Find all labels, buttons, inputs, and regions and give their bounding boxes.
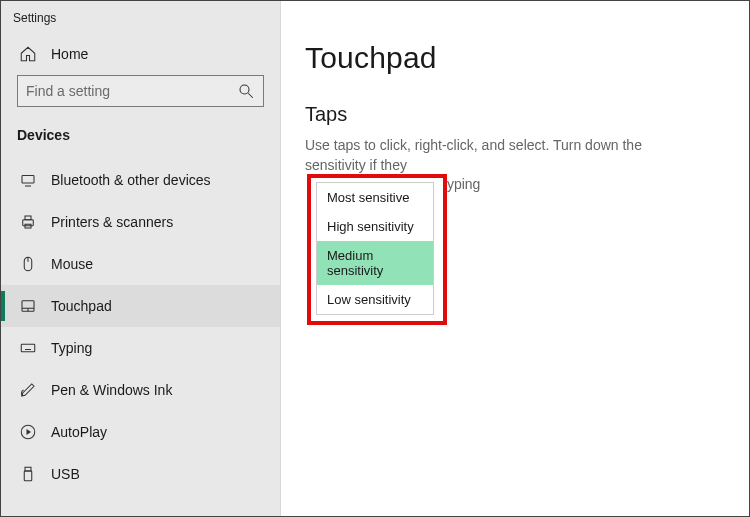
sensitivity-dropdown[interactable]: Most sensitive High sensitivity Medium s… bbox=[316, 182, 434, 315]
home-label: Home bbox=[51, 46, 88, 62]
home-nav[interactable]: Home bbox=[1, 35, 280, 75]
printer-icon bbox=[19, 213, 37, 231]
nav-label: USB bbox=[51, 466, 80, 482]
nav-mouse[interactable]: Mouse bbox=[1, 243, 280, 285]
nav-typing[interactable]: Typing bbox=[1, 327, 280, 369]
settings-window: Settings Home Devices Bluetooth & other … bbox=[0, 0, 750, 517]
nav-autoplay[interactable]: AutoPlay bbox=[1, 411, 280, 453]
nav-label: Mouse bbox=[51, 256, 93, 272]
home-icon bbox=[19, 45, 37, 63]
desc-line1: Use taps to click, right-click, and sele… bbox=[305, 137, 642, 173]
touchpad-icon bbox=[19, 297, 37, 315]
nav-bluetooth[interactable]: Bluetooth & other devices bbox=[1, 159, 280, 201]
pen-icon bbox=[19, 381, 37, 399]
page-title: Touchpad bbox=[305, 41, 725, 75]
window-title: Settings bbox=[1, 5, 280, 35]
nav-label: Typing bbox=[51, 340, 92, 356]
svg-rect-5 bbox=[25, 216, 31, 220]
search-input[interactable] bbox=[26, 83, 237, 99]
sidebar: Settings Home Devices Bluetooth & other … bbox=[1, 1, 281, 516]
nav-touchpad[interactable]: Touchpad bbox=[1, 285, 280, 327]
search-box[interactable] bbox=[17, 75, 264, 107]
device-nav: Bluetooth & other devices Printers & sca… bbox=[1, 159, 280, 495]
search-icon bbox=[237, 82, 255, 100]
svg-rect-12 bbox=[21, 344, 35, 352]
desc-trail: yping bbox=[447, 176, 480, 192]
svg-marker-19 bbox=[27, 429, 32, 435]
nav-pen[interactable]: Pen & Windows Ink bbox=[1, 369, 280, 411]
nav-label: Printers & scanners bbox=[51, 214, 173, 230]
dropdown-option-medium-sensitivity[interactable]: Medium sensitivity bbox=[317, 241, 433, 285]
mouse-icon bbox=[19, 255, 37, 273]
nav-usb[interactable]: USB bbox=[1, 453, 280, 495]
svg-rect-4 bbox=[23, 220, 34, 226]
nav-label: AutoPlay bbox=[51, 424, 107, 440]
svg-rect-20 bbox=[25, 467, 31, 471]
category-header: Devices bbox=[1, 121, 280, 159]
autoplay-icon bbox=[19, 423, 37, 441]
nav-label: Bluetooth & other devices bbox=[51, 172, 211, 188]
svg-rect-2 bbox=[22, 176, 34, 184]
dropdown-option-high-sensitivity[interactable]: High sensitivity bbox=[317, 212, 433, 241]
section-taps-title: Taps bbox=[305, 103, 725, 126]
keyboard-icon bbox=[19, 339, 37, 357]
bluetooth-icon bbox=[19, 171, 37, 189]
sensitivity-dropdown-highlight: Most sensitive High sensitivity Medium s… bbox=[307, 174, 447, 325]
dropdown-option-most-sensitive[interactable]: Most sensitive bbox=[317, 183, 433, 212]
dropdown-option-low-sensitivity[interactable]: Low sensitivity bbox=[317, 285, 433, 314]
svg-point-0 bbox=[240, 85, 249, 94]
nav-label: Touchpad bbox=[51, 298, 112, 314]
search-container bbox=[1, 75, 280, 121]
usb-icon bbox=[19, 465, 37, 483]
svg-line-1 bbox=[248, 93, 253, 98]
nav-label: Pen & Windows Ink bbox=[51, 382, 172, 398]
svg-rect-21 bbox=[24, 471, 32, 481]
nav-printers[interactable]: Printers & scanners bbox=[1, 201, 280, 243]
